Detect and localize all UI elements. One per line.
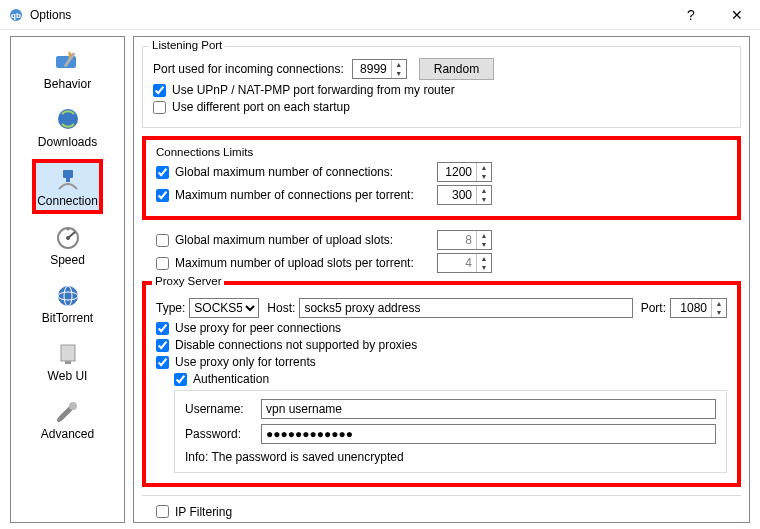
svg-point-16 [69, 402, 77, 410]
spinner-up-icon[interactable]: ▲ [477, 163, 491, 172]
proxy-type-select[interactable]: SOCKS5 [189, 298, 259, 318]
proxy-username-label: Username: [185, 402, 255, 416]
window-title: Options [30, 8, 71, 22]
global-max-conn-input[interactable] [438, 163, 476, 181]
proxy-peer-label: Use proxy for peer connections [175, 321, 341, 335]
spinner-down-icon: ▼ [477, 240, 491, 249]
advanced-icon [52, 399, 84, 425]
proxy-password-input[interactable] [261, 424, 716, 444]
svg-rect-5 [63, 170, 73, 178]
spinner-down-icon[interactable]: ▼ [477, 172, 491, 181]
max-upload-slots-per-torrent-label: Maximum number of upload slots per torre… [175, 256, 433, 270]
sidebar-item-webui[interactable]: Web UI [35, 338, 100, 385]
behavior-icon [52, 49, 84, 75]
global-max-upload-slots-label: Global maximum number of upload slots: [175, 233, 433, 247]
sidebar-item-label: Downloads [38, 135, 97, 149]
proxy-disable-unsupported-checkbox[interactable] [156, 339, 169, 352]
sidebar-item-label: Speed [50, 253, 85, 267]
max-upload-slots-per-torrent-checkbox[interactable] [156, 257, 169, 270]
spinner-up-icon: ▲ [477, 231, 491, 240]
max-upload-slots-per-torrent-input [438, 254, 476, 272]
svg-rect-14 [61, 345, 75, 361]
app-icon: qb [8, 7, 24, 23]
max-conn-per-torrent-label: Maximum number of connections per torren… [175, 188, 433, 202]
ip-filtering-label: IP Filtering [175, 505, 232, 519]
sidebar-item-behavior[interactable]: Behavior [35, 46, 100, 93]
sidebar-item-label: Behavior [44, 77, 91, 91]
incoming-port-label: Port used for incoming connections: [153, 62, 344, 76]
proxy-port-label: Port: [641, 301, 666, 315]
incoming-port-input[interactable] [353, 60, 391, 78]
spinner-down-icon[interactable]: ▼ [392, 69, 406, 78]
proxy-username-input[interactable] [261, 399, 716, 419]
max-upload-slots-per-torrent-spinner: ▲▼ [437, 253, 492, 273]
global-max-upload-slots-checkbox[interactable] [156, 234, 169, 247]
max-conn-per-torrent-input[interactable] [438, 186, 476, 204]
proxy-auth-box: Username: Password: Info: The password i… [174, 390, 727, 473]
sidebar-item-connection[interactable]: Connection [35, 162, 100, 211]
proxy-port-spinner[interactable]: ▲▼ [670, 298, 727, 318]
proxy-type-label: Type: [156, 301, 185, 315]
different-port-checkbox[interactable] [153, 101, 166, 114]
proxy-only-torrents-label: Use proxy only for torrents [175, 355, 316, 369]
svg-text:qb: qb [11, 11, 21, 20]
global-max-upload-slots-input [438, 231, 476, 249]
speed-icon [52, 225, 84, 251]
svg-line-9 [68, 232, 75, 238]
connections-limits-legend: Connections Limits [156, 146, 727, 158]
downloads-icon [52, 107, 84, 133]
sidebar-item-label: Web UI [48, 369, 88, 383]
category-sidebar: Behavior Downloads Connection Speed BitT… [10, 36, 125, 523]
spinner-up-icon: ▲ [477, 254, 491, 263]
proxy-disable-unsupported-label: Disable connections not supported by pro… [175, 338, 417, 352]
spinner-down-icon[interactable]: ▼ [712, 308, 726, 317]
connection-icon [52, 166, 84, 192]
svg-point-11 [58, 286, 78, 306]
proxy-server-group: Proxy Server Type: SOCKS5 Host: Port: ▲▼… [142, 281, 741, 487]
listening-port-legend: Listening Port [149, 39, 225, 51]
global-max-conn-checkbox[interactable] [156, 166, 169, 179]
incoming-port-spinner[interactable]: ▲▼ [352, 59, 407, 79]
svg-rect-6 [66, 178, 70, 182]
proxy-auth-label: Authentication [193, 372, 269, 386]
proxy-auth-checkbox[interactable] [174, 373, 187, 386]
max-conn-per-torrent-spinner[interactable]: ▲▼ [437, 185, 492, 205]
titlebar: qb Options ? ✕ [0, 0, 760, 30]
proxy-only-torrents-checkbox[interactable] [156, 356, 169, 369]
sidebar-item-bittorrent[interactable]: BitTorrent [35, 280, 100, 327]
global-max-conn-spinner[interactable]: ▲▼ [437, 162, 492, 182]
webui-icon [52, 341, 84, 367]
global-max-upload-slots-spinner: ▲▼ [437, 230, 492, 250]
spinner-up-icon[interactable]: ▲ [392, 60, 406, 69]
spinner-down-icon: ▼ [477, 263, 491, 272]
sidebar-item-downloads[interactable]: Downloads [35, 104, 100, 151]
proxy-server-legend: Proxy Server [152, 275, 224, 287]
sidebar-item-label: Connection [37, 194, 98, 208]
proxy-port-input[interactable] [671, 299, 711, 317]
svg-rect-15 [65, 361, 71, 364]
proxy-peer-checkbox[interactable] [156, 322, 169, 335]
global-max-conn-label: Global maximum number of connections: [175, 165, 433, 179]
spinner-up-icon[interactable]: ▲ [712, 299, 726, 308]
sidebar-item-advanced[interactable]: Advanced [35, 396, 100, 443]
bittorrent-icon [52, 283, 84, 309]
random-port-button[interactable]: Random [419, 58, 494, 80]
sidebar-item-label: BitTorrent [42, 311, 93, 325]
spinner-down-icon[interactable]: ▼ [477, 195, 491, 204]
upnp-label: Use UPnP / NAT-PMP port forwarding from … [172, 83, 455, 97]
upnp-checkbox[interactable] [153, 84, 166, 97]
proxy-host-input[interactable] [299, 298, 632, 318]
proxy-host-label: Host: [267, 301, 295, 315]
settings-panel: Listening Port Port used for incoming co… [133, 36, 750, 523]
sidebar-item-speed[interactable]: Speed [35, 222, 100, 269]
sidebar-item-label: Advanced [41, 427, 94, 441]
close-button[interactable]: ✕ [714, 0, 760, 30]
proxy-password-info: Info: The password is saved unencrypted [185, 450, 716, 464]
help-button[interactable]: ? [668, 0, 714, 30]
max-conn-per-torrent-checkbox[interactable] [156, 189, 169, 202]
connections-limits-group: Connections Limits Global maximum number… [142, 136, 741, 273]
different-port-label: Use different port on each startup [172, 100, 350, 114]
svg-point-10 [66, 228, 69, 231]
spinner-up-icon[interactable]: ▲ [477, 186, 491, 195]
ip-filtering-checkbox[interactable] [156, 505, 169, 518]
